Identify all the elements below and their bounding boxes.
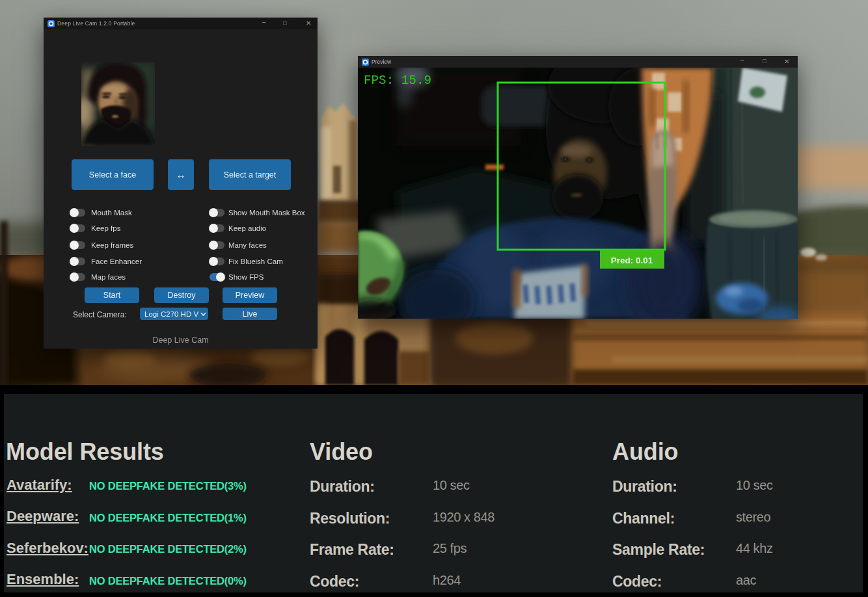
svg-text:FPS: 15.9: FPS: 15.9: [364, 73, 431, 88]
svg-text:Pred: 0.01: Pred: 0.01: [611, 256, 653, 265]
